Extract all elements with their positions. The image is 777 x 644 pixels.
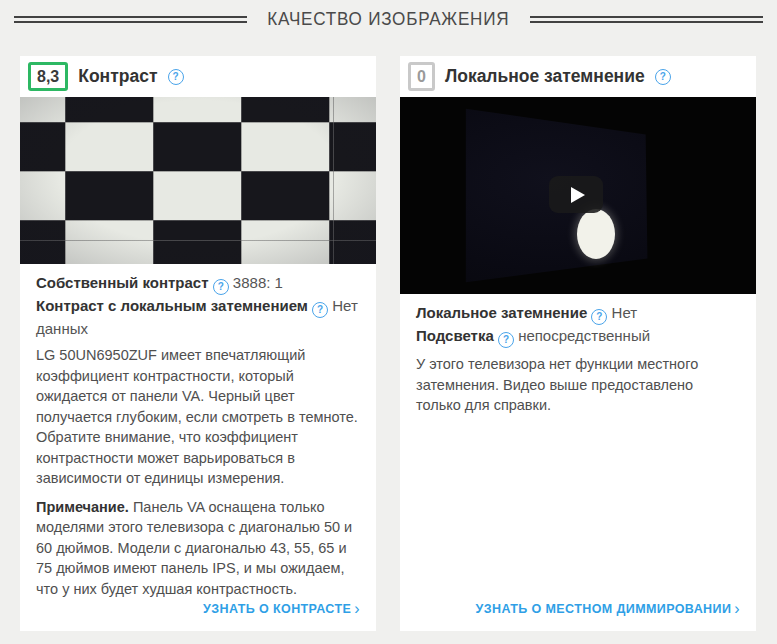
stat-row: Локальное затемнение ? Нет bbox=[416, 302, 740, 325]
divider-left bbox=[14, 16, 247, 23]
link-row: УЗНАТЬ О КОНТРАСТЕ› bbox=[20, 599, 376, 631]
white-ball bbox=[577, 209, 615, 259]
cards-row: 8,3 Контраст ? Собственный контраст ? 38… bbox=[0, 56, 777, 631]
stat-label: Локальное затемнение bbox=[416, 304, 587, 321]
play-button[interactable] bbox=[549, 176, 603, 213]
note-label: Примечание. bbox=[36, 499, 129, 515]
learn-about-contrast-link[interactable]: УЗНАТЬ О КОНТРАСТЕ› bbox=[203, 602, 360, 616]
stat-label: Собственный контраст bbox=[36, 274, 209, 291]
contrast-checkerboard-photo[interactable] bbox=[20, 97, 376, 264]
card-local-dimming-header: 0 Локальное затемнение ? bbox=[400, 56, 756, 97]
stat-value: непосредственный bbox=[518, 327, 650, 344]
learn-about-local-dimming-link[interactable]: УЗНАТЬ О МЕСТНОМ ДИММИРОВАНИИ› bbox=[476, 602, 740, 616]
help-icon[interactable]: ? bbox=[498, 332, 514, 348]
stat-row: Подсветка ? непосредственный bbox=[416, 325, 740, 348]
card-contrast-header: 8,3 Контраст ? bbox=[20, 56, 376, 97]
stat-value: Нет bbox=[612, 304, 638, 321]
contrast-description: LG 50UN6950ZUF имеет впечатляющий коэффи… bbox=[36, 345, 360, 489]
help-icon[interactable]: ? bbox=[168, 69, 184, 85]
stat-label: Подсветка bbox=[416, 327, 494, 344]
stat-row: Контраст с локальным затемнением ? Нет д… bbox=[36, 295, 360, 339]
chevron-right-icon: › bbox=[734, 600, 740, 617]
help-icon[interactable]: ? bbox=[591, 309, 607, 325]
help-icon[interactable]: ? bbox=[655, 69, 671, 85]
link-label: УЗНАТЬ О КОНТРАСТЕ bbox=[203, 602, 351, 616]
page: КАЧЕСТВО ИЗОБРАЖЕНИЯ 8,3 Контраст ? Собс… bbox=[0, 0, 777, 631]
stat-value: 3888: 1 bbox=[233, 274, 283, 291]
section-header: КАЧЕСТВО ИЗОБРАЖЕНИЯ bbox=[0, 0, 777, 30]
contrast-stats: Собственный контраст ? 3888: 1 Контраст … bbox=[20, 264, 376, 339]
section-title: КАЧЕСТВО ИЗОБРАЖЕНИЯ bbox=[268, 9, 510, 30]
card-local-dimming: 0 Локальное затемнение ? Локальное затем… bbox=[400, 56, 756, 631]
card-contrast: 8,3 Контраст ? Собственный контраст ? 38… bbox=[20, 56, 376, 631]
contrast-note: Примечание. Панель VA оснащена только мо… bbox=[36, 497, 360, 600]
local-dimming-description: У этого телевизора нет функции местного … bbox=[416, 354, 740, 416]
chevron-right-icon: › bbox=[354, 600, 360, 617]
card-title: Локальное затемнение bbox=[445, 66, 645, 87]
stat-label: Контраст с локальным затемнением bbox=[36, 297, 308, 314]
play-icon bbox=[571, 187, 585, 203]
stat-row: Собственный контраст ? 3888: 1 bbox=[36, 272, 360, 295]
link-row: УЗНАТЬ О МЕСТНОМ ДИММИРОВАНИИ› bbox=[400, 599, 756, 631]
score-badge: 0 bbox=[408, 62, 435, 91]
score-badge: 8,3 bbox=[28, 62, 68, 91]
local-dimming-stats: Локальное затемнение ? Нет Подсветка ? н… bbox=[400, 294, 756, 348]
card-title: Контраст bbox=[78, 66, 157, 87]
divider-right bbox=[530, 16, 763, 23]
help-icon[interactable]: ? bbox=[312, 302, 328, 318]
local-dimming-video-thumbnail[interactable] bbox=[400, 97, 756, 294]
link-label: УЗНАТЬ О МЕСТНОМ ДИММИРОВАНИИ bbox=[476, 602, 732, 616]
help-icon[interactable]: ? bbox=[213, 279, 229, 295]
